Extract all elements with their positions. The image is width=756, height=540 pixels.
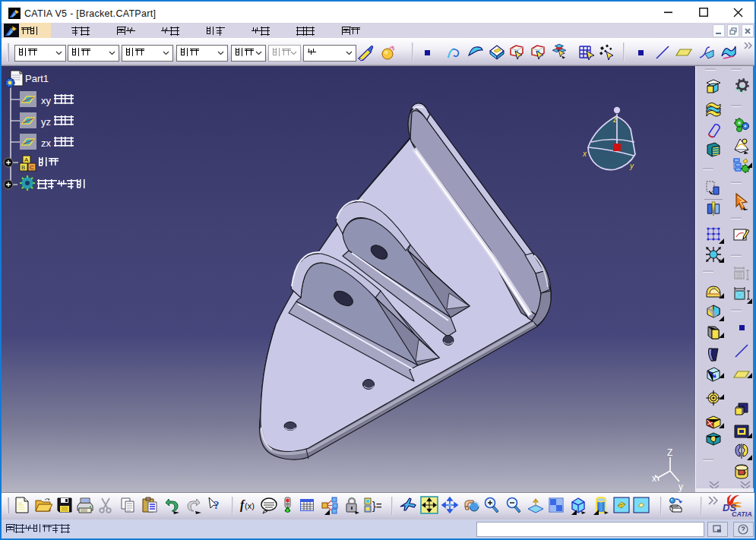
- svg-text:z: z: [612, 115, 617, 124]
- svg-text:x: x: [652, 473, 656, 484]
- svg-text:(x): (x): [245, 501, 255, 510]
- svg-text:?: ?: [214, 499, 220, 511]
- svg-text:}=: }=: [372, 500, 381, 512]
- svg-text:y: y: [679, 482, 683, 492]
- svg-text:Z: Z: [667, 447, 672, 458]
- svg-text:x: x: [582, 150, 587, 158]
- svg-text:CATIA: CATIA: [732, 510, 752, 518]
- svg-text:y: y: [629, 162, 634, 170]
